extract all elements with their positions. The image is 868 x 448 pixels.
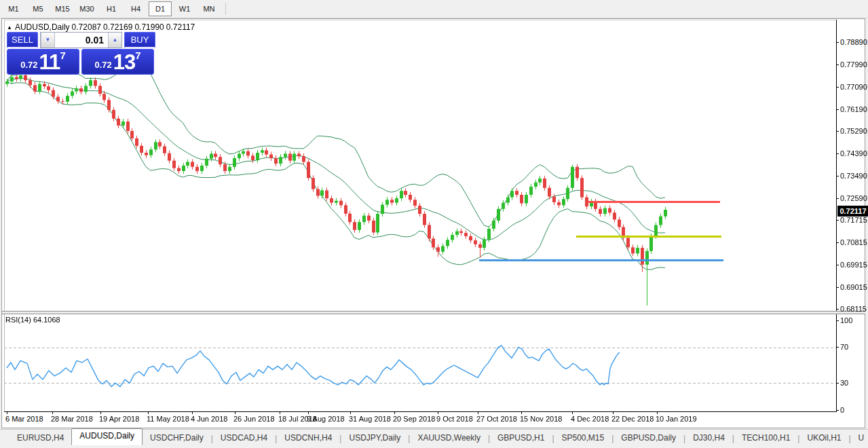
toolbar-separator (225, 3, 226, 15)
timeframe-button-w1[interactable]: W1 (173, 1, 196, 16)
chart-tab-gbpusd-h1[interactable]: GBPUSD,H1 (490, 431, 552, 445)
price-axis-label: 0.77990 (840, 60, 867, 69)
date-axis-label: 22 Dec 2018 (611, 415, 654, 423)
rsi-axis-label: 100 (840, 316, 852, 324)
buy-price-big: 13 (113, 52, 135, 73)
date-axis-tick (100, 412, 101, 414)
sell-price-pip: 7 (60, 51, 65, 60)
chart-tab-dj30-h4[interactable]: DJ30,H4 (685, 431, 732, 445)
ohlc-close: 0.72117 (166, 22, 195, 32)
price-axis-label: 0.73490 (840, 172, 867, 180)
chart-tab-usdjpy-daily[interactable]: USDJPY,Daily (341, 431, 408, 445)
rsi-axis-label: 70 (840, 343, 848, 351)
price-axis-label: 0.70815 (840, 238, 867, 246)
ohlc-high: 0.72169 (103, 22, 132, 32)
chart-symbol-label: AUDUSD,Daily (15, 22, 70, 32)
timeframe-button-h1[interactable]: H1 (100, 1, 123, 16)
date-axis-tick (235, 412, 235, 414)
price-axis-label: 0.74390 (840, 149, 867, 157)
timeframe-button-h4[interactable]: H4 (124, 1, 147, 16)
buy-price-prefix: 0.72 (94, 58, 111, 73)
plot-left-border (4, 20, 5, 412)
chart-tab-tech100-h1[interactable]: TECH100,H1 (734, 431, 797, 445)
date-axis-tick (572, 412, 573, 414)
timeframe-button-d1[interactable]: D1 (149, 1, 172, 16)
chart-tab-audusd-daily[interactable]: AUDUSD,Daily (71, 428, 143, 445)
rsi-axis-label: 30 (840, 379, 848, 387)
chart-tab-sp500-m15[interactable]: SP500,M15 (554, 431, 612, 445)
volume-input[interactable] (55, 33, 108, 48)
price-axis-label: 0.75290 (840, 127, 867, 135)
price-axis-label: 0.72590 (840, 194, 867, 202)
sell-price-tile[interactable]: 0.72 11 7 (7, 49, 79, 75)
price-axis-tick (836, 64, 839, 65)
date-axis-tick (613, 412, 614, 414)
time-axis-line (4, 411, 837, 412)
price-axis-label: 0.78890 (840, 38, 867, 46)
price-axis-line (836, 20, 837, 412)
price-axis-tick (836, 87, 839, 88)
chart-tab-gbpusd-daily[interactable]: GBPUSD,Daily (614, 431, 683, 445)
date-axis-tick (478, 412, 478, 414)
date-axis-label: 19 Apr 2018 (99, 415, 139, 423)
date-axis-tick (192, 412, 193, 414)
terminal-window: M1M5M15M30H1H4D1W1MN ▲AUDUSD,Daily0.7208… (0, 0, 868, 448)
buy-button[interactable]: BUY (124, 32, 155, 48)
timeframe-button-m5[interactable]: M5 (26, 1, 50, 16)
chart-title: ▲AUDUSD,Daily0.720870.721690.719900.7211… (7, 22, 197, 32)
volume-increase-icon[interactable]: ▲ (108, 33, 121, 48)
chart-tab-usdcad-h4[interactable]: USDCAD,H4 (213, 431, 275, 445)
rsi-axis-tick (836, 347, 839, 348)
chart-tab-eurusd-h4[interactable]: EURUSD,H4 (10, 431, 71, 445)
date-axis-tick (350, 412, 351, 414)
price-axis-tick (836, 42, 839, 43)
date-axis-tick (148, 412, 149, 414)
price-axis-tick (836, 242, 839, 243)
date-axis-tick (7, 412, 7, 414)
date-axis-label: 9 Aug 2018 (307, 415, 345, 423)
rsi-indicator-label: RSI(14) 64.1068 (5, 316, 60, 324)
date-axis-label: 10 Jan 2019 (656, 415, 697, 423)
price-axis-tick (836, 198, 839, 199)
date-axis-label: 20 Sep 2018 (393, 415, 435, 423)
date-axis-tick (52, 412, 53, 414)
chart-tab-xauusd-weekly[interactable]: XAUUSD,Weekly (410, 431, 487, 445)
chart-tab-usdchf-daily[interactable]: USDCHF,Daily (143, 431, 211, 445)
date-axis-tick (280, 412, 280, 414)
chart-tab-usdcnh-h4[interactable]: USDCNH,H4 (277, 431, 339, 445)
volume-decrease-icon[interactable]: ▼ (41, 33, 55, 48)
one-click-panel-toggle[interactable]: ▲ (7, 24, 12, 31)
date-axis-label: 9 Oct 2018 (436, 415, 473, 423)
date-axis-label: 11 May 2018 (147, 415, 189, 423)
sell-price-big: 11 (39, 52, 60, 73)
date-axis-tick (438, 412, 438, 414)
chart-tab-u[interactable]: U (851, 431, 868, 445)
date-axis-label: 15 Nov 2018 (520, 415, 562, 423)
date-axis-label: 27 Oct 2018 (476, 415, 517, 423)
rsi-axis-tick (836, 410, 839, 411)
date-axis-label: 28 Mar 2018 (51, 415, 93, 423)
rsi-chart-canvas[interactable] (4, 314, 836, 411)
price-axis-tick (836, 131, 839, 132)
price-axis-tick (836, 153, 839, 154)
timeframe-button-m1[interactable]: M1 (2, 1, 25, 16)
date-axis-label: 4 Jun 2018 (191, 415, 227, 423)
timeframe-button-m15[interactable]: M15 (51, 1, 74, 16)
price-axis-label: 0.69915 (840, 261, 867, 269)
price-axis-label: 0.68115 (840, 305, 867, 313)
chart-tab-bar: EURUSD,H4AUDUSD,DailyUSDCHF,Daily|USDCAD… (0, 429, 868, 445)
sell-button[interactable]: SELL (7, 32, 38, 48)
timeframe-button-m30[interactable]: M30 (75, 1, 98, 16)
buy-price-tile[interactable]: 0.72 13 7 (81, 49, 154, 75)
indicator-splitter[interactable] (2, 311, 865, 314)
date-axis-tick (308, 412, 309, 414)
date-axis-tick (657, 412, 658, 414)
price-axis-tick (836, 109, 839, 110)
price-axis-label: 0.76190 (840, 105, 867, 113)
price-axis-label: 0.69015 (840, 283, 867, 291)
chart-tab-ukoil-h1[interactable]: UKOil,H1 (799, 431, 848, 445)
date-axis-tick (394, 412, 395, 414)
price-axis-tick (836, 176, 839, 176)
timeframe-button-mn[interactable]: MN (197, 1, 221, 16)
current-price-tag: 0.72117 (837, 206, 868, 217)
